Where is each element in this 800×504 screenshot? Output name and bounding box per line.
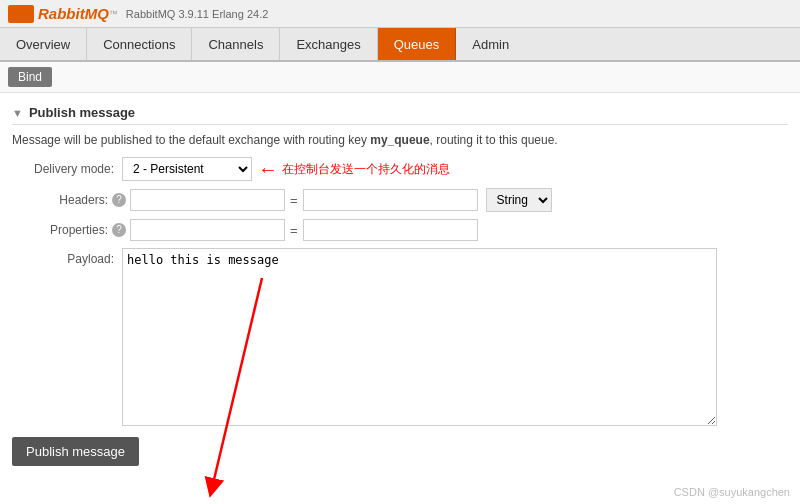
- headers-equals: =: [285, 193, 303, 208]
- delivery-mode-row: Delivery mode: 2 - Persistent 1 - Non-pe…: [12, 157, 788, 181]
- properties-value-input[interactable]: [303, 219, 478, 241]
- headers-row: Headers: ? = String Byte Int: [12, 188, 788, 212]
- bind-button[interactable]: Bind: [8, 67, 52, 87]
- section-title: Publish message: [29, 105, 135, 120]
- payload-row: Payload: hello this is message: [12, 248, 788, 429]
- properties-equals: =: [285, 223, 303, 238]
- payload-wrapper: hello this is message: [122, 248, 717, 429]
- annotation-arrow: ←: [258, 158, 278, 181]
- delivery-mode-label: Delivery mode:: [12, 162, 122, 176]
- watermark: CSDN @suyukangchen: [674, 486, 790, 498]
- properties-row: Properties: ? =: [12, 219, 788, 241]
- info-prefix: Message will be published to the default…: [12, 133, 370, 147]
- publish-section-header: ▼ Publish message: [12, 101, 788, 125]
- info-text: Message will be published to the default…: [12, 133, 788, 147]
- version-info: RabbitMQ 3.9.11 Erlang 24.2: [126, 8, 268, 20]
- bind-bar: Bind: [0, 62, 800, 93]
- headers-type-select[interactable]: String Byte Int: [486, 188, 552, 212]
- delivery-mode-select[interactable]: 2 - Persistent 1 - Non-persistent: [122, 157, 252, 181]
- payload-textarea[interactable]: hello this is message: [122, 248, 717, 426]
- nav-bar: Overview Connections Channels Exchanges …: [0, 28, 800, 62]
- nav-item-channels[interactable]: Channels: [192, 28, 280, 60]
- logo-icon: [8, 5, 34, 23]
- nav-item-admin[interactable]: Admin: [456, 28, 525, 60]
- trademark: ™: [109, 9, 118, 19]
- nav-item-overview[interactable]: Overview: [0, 28, 87, 60]
- properties-label: Properties:: [12, 223, 112, 237]
- headers-key-input[interactable]: [130, 189, 285, 211]
- payload-label: Payload:: [12, 248, 122, 266]
- header: RabbitMQ ™ RabbitMQ 3.9.11 Erlang 24.2: [0, 0, 800, 28]
- publish-message-button[interactable]: Publish message: [12, 437, 139, 466]
- info-suffix: , routing it to this queue.: [430, 133, 558, 147]
- headers-value-input[interactable]: [303, 189, 478, 211]
- nav-item-queues[interactable]: Queues: [378, 28, 457, 60]
- nav-item-exchanges[interactable]: Exchanges: [280, 28, 377, 60]
- section-toggle-icon[interactable]: ▼: [12, 107, 23, 119]
- main-content: ▼ Publish message Message will be publis…: [0, 93, 800, 474]
- logo-text: RabbitMQ: [38, 5, 109, 22]
- publish-button-row: Publish message: [12, 437, 788, 466]
- headers-help-icon[interactable]: ?: [112, 193, 126, 207]
- nav-item-connections[interactable]: Connections: [87, 28, 192, 60]
- headers-label: Headers:: [12, 193, 112, 207]
- properties-help-icon[interactable]: ?: [112, 223, 126, 237]
- annotation-text: 在控制台发送一个持久化的消息: [282, 161, 450, 178]
- info-key: my_queue: [370, 133, 429, 147]
- properties-key-input[interactable]: [130, 219, 285, 241]
